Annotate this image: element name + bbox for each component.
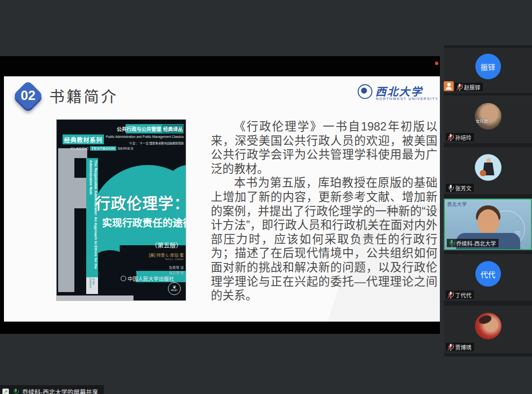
book-author-en: Terry L. Cooper [144,258,184,261]
slide-body-text: 《行政伦理学》一书自1982年初版以来，深受美国公共行政人员的欢迎，被美国公共行… [211,120,437,303]
paragraph-1: 《行政伦理学》一书自1982年初版以来，深受美国公共行政人员的欢迎，被美国公共行… [211,120,437,176]
mic-icon [448,239,455,247]
avatar-initials: 代代 [475,261,501,287]
participant-name: 乔续科-西北大学 [456,239,496,247]
participant-label: 张芳文 [446,184,474,192]
share-screen-icon: ↗ [2,389,9,394]
recording-dot [435,62,438,65]
participant-name: 赵振铎 [464,83,480,91]
mic-icon [456,83,463,91]
meeting-window: 02 书籍简介 西北大学 NORTHWEST UNIVERSITY 公共行政与公 [0,0,532,394]
participant-label: 贾博琇 [446,343,474,351]
section-number-badge: 02 [12,79,44,112]
participant-tile[interactable]: 张芳文 [444,147,532,194]
presentation-slide: 02 书籍简介 西北大学 NORTHWEST UNIVERSITY 公共行政与公 [4,76,440,322]
university-logo: 西北大学 NORTHWEST UNIVERSITY [358,83,436,105]
cover-fifth-edition: (Fifth Edition) [86,277,98,294]
participant-label: 丁代代 [446,291,474,299]
screen-share-area: 02 书籍简介 西北大学 NORTHWEST UNIVERSITY 公共行政与公 [0,56,440,334]
book-author: [美] 特里·L·库珀 著 [144,252,184,258]
participant-label: 乔续科-西北大学 [447,239,499,247]
book-subtitle: 实现行政责任的途径 [102,215,186,230]
screen-share-banner: ↗ 乔续科-西北大学的屏幕共享 [0,385,104,394]
participant-tile[interactable]: 女托腮 孙培玲 [444,96,532,143]
university-seal-icon [358,84,372,99]
mic-icon [447,343,454,351]
mic-icon [447,133,454,141]
participant-name: 丁代代 [455,291,471,299]
participants-sidebar: 振铎 赵振铎 女托腮 孙培玲 张芳文 西北大学𝌆 乔续科-西北大学 代代 [440,0,532,394]
avatar-basketball-illustration [475,154,501,181]
mic-icon [447,291,454,298]
participant-label: 孙培玲 [446,133,474,141]
participant-name: 张芳文 [455,184,471,192]
cover-series-banner: 公共行政与公共管理经典译丛 [126,124,184,133]
participant-name: 贾博琇 [455,343,471,351]
cover-bottom-bar [57,296,133,300]
cover-series-label-en: CLASSIC TEXTBOOK SERIES [70,146,139,151]
avatar-photo: 女托腮 [475,103,501,130]
cover-gray-block [58,148,74,292]
avatar-photo [475,313,501,339]
mic-icon [447,184,454,192]
participant-tile[interactable]: 贾博琇 [444,306,532,353]
cover-vertical-title-en: The Responsible Administrator: An Approa… [87,160,98,276]
participant-label: 赵振铎 [455,83,483,91]
paragraph-2: 本书为第五版，库珀教授在原版的基础上增加了新的内容，更新参考文献、增加新的案例，… [211,176,437,302]
book-title: 行政伦理学： [95,191,186,213]
participant-tile[interactable]: 振铎 赵振铎 [444,48,532,93]
wiley-logo: ❦WILEY [168,282,181,295]
participant-tile[interactable]: 西北大学𝌆 乔续科-西北大学 [444,198,532,250]
screen-share-label: 乔续科-西北大学的屏幕共享 [22,387,98,394]
participant-tile[interactable]: 代代 丁代代 [444,254,532,301]
book-edition: （第五版） [151,240,182,250]
publisher-logo-icon [121,276,126,281]
cover-project-line: “十五”、“十一五”国家重点图书出版规划项目 [103,141,184,145]
publisher: 中国人民大学出版社 [121,275,185,282]
avatar-initials: 振铎 [475,54,501,79]
cover-gray-block [74,178,87,208]
cover-series-label: 经典教材系列 [63,134,104,144]
book-cover: 公共行政与公共管理经典译丛 Public Administration and … [57,120,186,300]
sharer-mic-icon [12,388,19,394]
university-name-en: NORTHWEST UNIVERSITY [376,97,438,101]
host-icon [444,81,454,91]
slide-title: 书籍简介 [49,84,118,106]
participant-name: 孙培玲 [455,133,471,141]
section-number: 02 [12,79,44,112]
book-translator: 张秀琴 译 高正贤 校 [153,265,184,275]
